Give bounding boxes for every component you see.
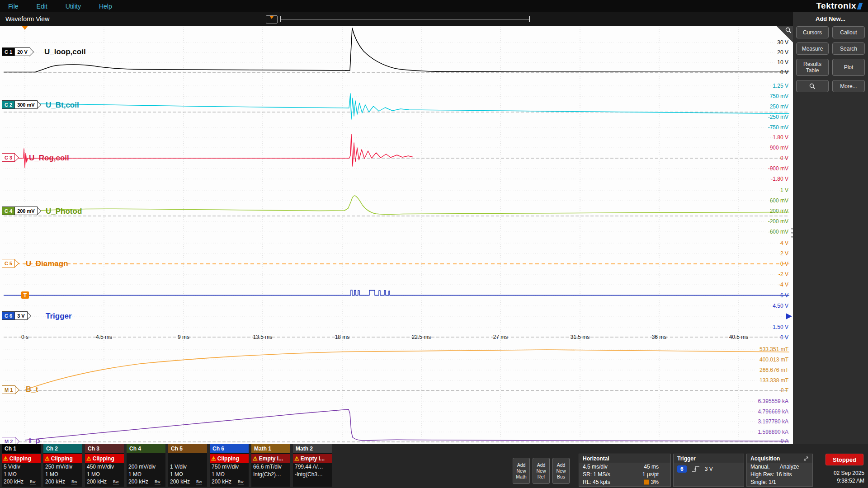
math-footer-math2[interactable]: Math 2 ⚠Empty i... 799.44 A/… -Intg(Ch3… — [293, 444, 332, 487]
more-button[interactable]: More... — [832, 80, 865, 92]
trigger-panel[interactable]: Trigger 6 3 V — [673, 454, 744, 487]
acquisition-panel-title: Acquisition — [747, 454, 812, 463]
time-label: 22.5 ms — [401, 334, 442, 340]
callout-button[interactable]: Callout — [832, 26, 865, 38]
math-tab[interactable]: Math 1 — [251, 444, 290, 453]
tektronix-logo: Tektronix — [816, 1, 862, 11]
channel-tab[interactable]: Ch 4 — [127, 444, 165, 453]
math-id: M 1 — [2, 385, 15, 394]
axis-label: -200 mV — [768, 218, 788, 225]
channel-tab[interactable]: Ch 1 — [2, 444, 41, 453]
channel-footer-ch6[interactable]: Ch 6 ⚠Clipping 750 mV/div 1 MΩ 200 kHzBw — [210, 444, 249, 487]
status-bar: Ch 1 ⚠Clipping 5 V/div 1 MΩ 200 kHzBw Ch… — [0, 444, 868, 488]
axis-label: 1.50 V — [773, 324, 788, 331]
channel-tab[interactable]: Ch 6 — [210, 444, 249, 453]
zoom-button[interactable] — [796, 80, 829, 92]
plot-button[interactable]: Plot — [832, 59, 865, 76]
search-button[interactable]: Search — [832, 42, 865, 55]
math-tab[interactable]: Math 2 — [293, 444, 332, 453]
channel-id: C 3 — [2, 153, 15, 162]
warning-icon: ⚠ — [3, 455, 8, 462]
menu-help[interactable]: Help — [99, 3, 112, 10]
axis-label: -2 V — [778, 271, 788, 278]
math-footer-math1[interactable]: Math 1 ⚠Empty i... 66.6 mT/div Intg(Ch2)… — [251, 444, 290, 487]
right-panel: Add New... Cursors Callout Measure Searc… — [793, 12, 868, 444]
waveform-view: Waveform View — [0, 12, 793, 444]
channel-id: C 4 — [2, 206, 15, 215]
panel-resize-handle[interactable] — [791, 225, 794, 240]
axis-label: 750 mV — [770, 93, 788, 100]
channel-badge-c4[interactable]: C 4200 mV — [2, 206, 38, 215]
empty-warning-badge: ⚠Empty i... — [251, 454, 290, 463]
channel-impedance: 1 MΩ — [85, 471, 124, 479]
warning-icon: ⚠ — [211, 455, 216, 462]
svg-text:T: T — [24, 292, 27, 299]
cursors-button[interactable]: Cursors — [796, 26, 829, 38]
warning-icon: ⚠ — [45, 455, 50, 462]
results-table-button[interactable]: Results Table — [796, 59, 829, 76]
acquisition-panel[interactable]: Acquisition Manual,Analyze High Res: 16 … — [746, 454, 813, 487]
axis-label: 900 mV — [770, 144, 788, 151]
trigger-source-marker[interactable]: T — [21, 291, 29, 299]
axis-label: 533.351 mT — [760, 346, 788, 353]
warning-icon: ⚠ — [86, 455, 91, 462]
trigger-position-marker[interactable] — [22, 26, 28, 30]
channel-id: C 2 — [2, 100, 15, 109]
channel-badge-c6[interactable]: C 63 V — [2, 311, 28, 320]
trigger-settings: 6 3 V — [674, 463, 744, 475]
run-stop-state[interactable]: Stopped — [826, 454, 863, 465]
status-text: Clipping — [93, 455, 114, 462]
channel-scale: 200 mV/div — [127, 463, 165, 471]
axis-label: 600 mV — [770, 197, 788, 204]
channel-bandwidth: 200 kHzBw — [168, 478, 207, 486]
measure-button[interactable]: Measure — [796, 42, 829, 55]
horizontal-panel[interactable]: Horizontal 4.5 ms/div45 ms SR: 1 MS/s1 μ… — [579, 454, 671, 487]
axis-label: 250 mV — [770, 103, 788, 110]
channel-name-c3: U_Rog,coil — [29, 154, 69, 163]
axis-label: 10 V — [777, 59, 788, 66]
axis-label: 20 V — [777, 49, 788, 56]
channel-footer-ch3[interactable]: Ch 3 ⚠Clipping 450 mV/div 1 MΩ 200 kHzBw — [85, 444, 124, 487]
channel-scale: 450 mV/div — [85, 463, 124, 471]
channel-impedance: 1 MΩ — [43, 471, 82, 479]
horizontal-pan-bar[interactable] — [280, 16, 530, 22]
channel-impedance: 1 MΩ — [2, 471, 41, 479]
acquisition-detail-row: High Res: 16 bits — [747, 470, 812, 478]
channel-badge-c1[interactable]: C 120 V — [2, 47, 30, 56]
waveform-plot[interactable]: T C 120 V C 2300 mV C 3 — [0, 26, 793, 444]
grid-horizontal — [4, 42, 789, 432]
channel-footer-ch5[interactable]: Ch 5 1 V/div 1 MΩ 200 kHzBw — [168, 444, 207, 487]
add-new-bus-button[interactable]: Add New Bus — [552, 458, 570, 484]
bandwidth-limit-badge: Bw — [196, 479, 202, 484]
add-new-ref-button[interactable]: Add New Ref — [533, 458, 550, 484]
menu-file[interactable]: File — [8, 3, 19, 10]
date-time: 02 Sep 2025 9:38:52 AM — [834, 469, 864, 485]
menu-utility[interactable]: Utility — [66, 3, 81, 10]
channel-tab[interactable]: Ch 5 — [168, 444, 207, 453]
math-badge-m2[interactable]: M 2 — [2, 437, 15, 444]
pan-zoom-icon[interactable] — [266, 15, 278, 23]
channel-badge-c3[interactable]: C 3 — [2, 153, 15, 162]
trigger-level-marker[interactable] — [786, 314, 792, 319]
channel-impedance: 1 MΩ — [210, 471, 249, 479]
menu-edit[interactable]: Edit — [37, 3, 47, 10]
main-content: Waveform View — [0, 12, 868, 444]
add-new-math-button[interactable]: Add New Math — [513, 458, 530, 484]
channel-footer-ch2[interactable]: Ch 2 ⚠Clipping 250 mV/div 1 MΩ 200 kHzBw — [43, 444, 82, 487]
channel-footer-ch1[interactable]: Ch 1 ⚠Clipping 5 V/div 1 MΩ 200 kHzBw — [2, 444, 41, 487]
channel-tab[interactable]: Ch 3 — [85, 444, 124, 453]
channel-footer-ch4[interactable]: Ch 4 200 mV/div 1 MΩ 200 kHzBw — [127, 444, 165, 487]
menu-nav: File Edit Utility Help — [0, 0, 868, 12]
bandwidth-limit-badge: Bw — [30, 479, 36, 484]
axis-label: 266.676 mT — [760, 366, 788, 374]
channel-scale: 5 V/div — [2, 463, 41, 471]
trigger-panel-title: Trigger — [674, 454, 744, 463]
channel-badge-c2[interactable]: C 2300 mV — [2, 100, 38, 109]
math-badge-m1[interactable]: M 1 — [2, 385, 15, 394]
channel-tab[interactable]: Ch 2 — [43, 444, 82, 453]
channel-badge-c5[interactable]: C 5 — [2, 259, 15, 267]
channel-scale: 750 mV/div — [210, 463, 249, 471]
channel-strip: Ch 1 ⚠Clipping 5 V/div 1 MΩ 200 kHzBw Ch… — [2, 444, 332, 487]
axis-label: 1.598890 kA — [758, 428, 788, 436]
axis-label: -750 mV — [768, 124, 788, 131]
